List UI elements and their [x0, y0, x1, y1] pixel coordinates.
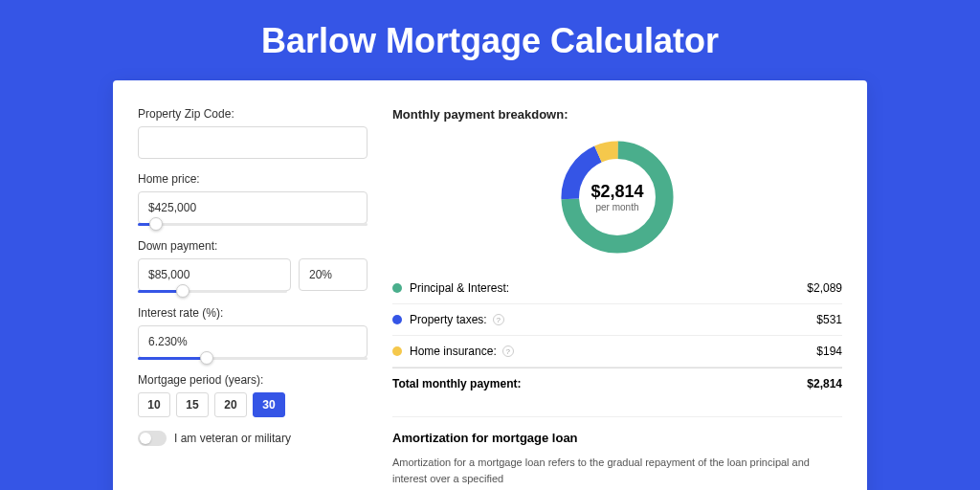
home-price-slider[interactable]	[138, 223, 368, 226]
veteran-toggle[interactable]	[138, 431, 167, 446]
zip-field: Property Zip Code:	[138, 107, 368, 159]
breakdown-column: Monthly payment breakdown: $2,814 per mo…	[392, 107, 842, 486]
home-price-field: Home price:	[138, 172, 368, 226]
form-column: Property Zip Code: Home price: Down paym…	[138, 107, 368, 486]
total-label: Total monthly payment:	[392, 377, 807, 390]
period-buttons: 10 15 20 30	[138, 392, 368, 417]
dot-icon	[392, 315, 402, 324]
down-payment-label: Down payment:	[138, 239, 368, 253]
down-payment-input[interactable]	[138, 258, 291, 291]
legend-total-row: Total monthly payment: $2,814	[392, 368, 842, 399]
interest-label: Interest rate (%):	[138, 306, 368, 320]
amortization-text: Amortization for a mortgage loan refers …	[392, 455, 842, 486]
total-amount: $2,814	[807, 377, 842, 390]
donut-sub: per month	[595, 202, 638, 212]
donut-chart-wrap: $2,814 per month	[392, 135, 842, 259]
down-payment-pct-input[interactable]	[299, 258, 368, 291]
legend-name: Property taxes:?	[410, 313, 816, 326]
zip-label: Property Zip Code:	[138, 107, 368, 121]
down-payment-slider[interactable]	[138, 290, 287, 293]
home-price-label: Home price:	[138, 172, 368, 186]
legend-row-taxes: Property taxes:? $531	[392, 304, 842, 336]
interest-field: Interest rate (%):	[138, 306, 368, 360]
legend-amount: $194	[816, 345, 842, 358]
period-btn-20[interactable]: 20	[214, 392, 247, 417]
veteran-row: I am veteran or military	[138, 431, 368, 446]
dot-icon	[392, 283, 402, 293]
page-title: Barlow Mortgage Calculator	[0, 0, 980, 80]
legend-row-insurance: Home insurance:? $194	[392, 336, 842, 368]
home-price-input[interactable]	[138, 191, 368, 224]
interest-slider[interactable]	[138, 357, 368, 360]
period-btn-15[interactable]: 15	[176, 392, 209, 417]
period-label: Mortgage period (years):	[138, 373, 368, 387]
info-icon[interactable]: ?	[502, 345, 514, 357]
period-btn-30[interactable]: 30	[253, 392, 285, 417]
legend-name: Home insurance:?	[410, 345, 816, 358]
interest-input[interactable]	[138, 325, 368, 358]
legend-amount: $2,089	[807, 281, 842, 295]
info-icon[interactable]: ?	[493, 314, 504, 325]
legend-amount: $531	[816, 313, 842, 326]
breakdown-title: Monthly payment breakdown:	[392, 107, 842, 122]
donut-chart: $2,814 per month	[555, 135, 679, 259]
period-btn-10[interactable]: 10	[138, 392, 170, 417]
amortization-title: Amortization for mortgage loan	[392, 431, 842, 445]
donut-value: $2,814	[590, 182, 643, 202]
legend-name: Principal & Interest:	[410, 281, 807, 295]
amortization-section: Amortization for mortgage loan Amortizat…	[392, 416, 842, 486]
down-payment-field: Down payment:	[138, 239, 368, 293]
veteran-label: I am veteran or military	[174, 432, 291, 445]
legend-row-principal: Principal & Interest: $2,089	[392, 273, 842, 304]
dot-icon	[392, 346, 402, 356]
donut-center: $2,814 per month	[580, 160, 655, 234]
zip-input[interactable]	[138, 126, 368, 159]
legend: Principal & Interest: $2,089 Property ta…	[392, 273, 842, 399]
calculator-card: Property Zip Code: Home price: Down paym…	[113, 80, 867, 490]
period-field: Mortgage period (years): 10 15 20 30	[138, 373, 368, 417]
